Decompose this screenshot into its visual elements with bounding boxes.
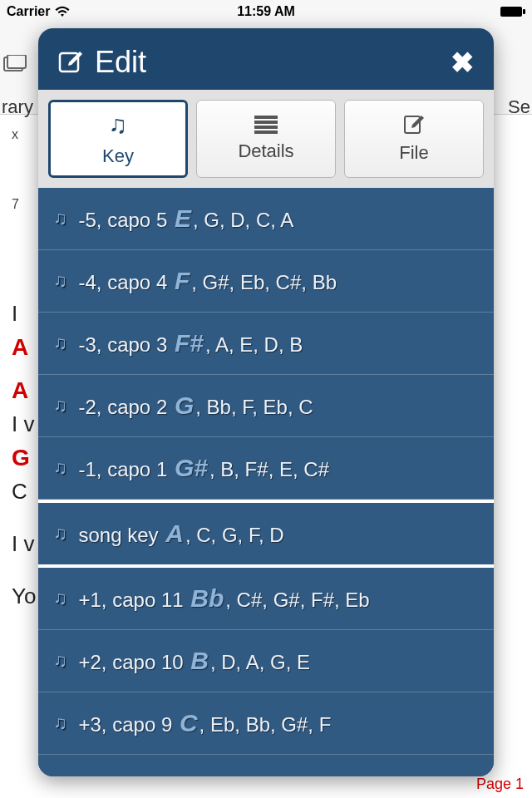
tab-details[interactable]: Details: [196, 100, 336, 178]
library-icon: [3, 55, 27, 75]
list-icon: [254, 116, 278, 134]
music-note-icon: ♫: [53, 650, 67, 672]
key-root: C: [180, 709, 198, 736]
key-root: F: [175, 267, 190, 294]
key-prefix: -4, capo 4: [79, 271, 173, 293]
key-item[interactable]: ♫song key A, C, G, F, D: [38, 500, 494, 568]
key-item[interactable]: ♫+2, capo 10 B, D, A, G, E: [38, 630, 494, 692]
svg-rect-3: [7, 55, 26, 68]
page-number: Page 1: [476, 776, 524, 793]
tab-label: File: [399, 142, 428, 164]
music-note-icon: ♫: [53, 270, 67, 292]
modal-header: Edit ✖: [38, 28, 494, 90]
svg-rect-8: [254, 131, 278, 134]
key-root: G: [175, 392, 194, 419]
file-edit-icon: [403, 114, 425, 135]
svg-rect-5: [254, 116, 278, 119]
music-note-icon: ♫: [53, 395, 67, 416]
key-rest: , Bb, F, Eb, C: [195, 396, 313, 418]
tab-bar: ♫ Key Details File: [38, 90, 494, 188]
bg-right-fragment: Se: [508, 96, 530, 118]
key-root: B: [190, 647, 209, 674]
key-root: G#: [175, 454, 208, 481]
tab-label: Details: [238, 140, 293, 162]
key-item-text: -1, capo 1 G#, B, F#, E, C#: [79, 454, 329, 482]
music-note-icon: ♫: [109, 111, 128, 139]
key-rest: , D, A, G, E: [210, 651, 310, 673]
key-prefix: -3, capo 3: [79, 333, 173, 356]
key-rest: , B, F#, E, C#: [209, 458, 329, 480]
modal-title: Edit: [95, 45, 146, 80]
key-item[interactable]: ♫-4, capo 4 F, G#, Eb, C#, Bb: [38, 250, 494, 313]
carrier-label: Carrier: [7, 4, 50, 19]
status-time: 11:59 AM: [0, 4, 532, 19]
edit-modal: Edit ✖ ♫ Key Details File ♫-5, capo 5 E,…: [38, 28, 494, 776]
key-item-text: -2, capo 2 G, Bb, F, Eb, C: [79, 392, 313, 420]
music-note-icon: ♫: [53, 588, 67, 609]
music-note-icon: ♫: [53, 523, 67, 544]
music-note-icon: ♫: [53, 712, 67, 734]
key-rest: , C#, G#, F#, Eb: [225, 589, 369, 611]
key-prefix: -2, capo 2: [79, 396, 173, 418]
key-rest: , G, D, C, A: [193, 209, 293, 231]
key-item-text: +2, capo 10 B, D, A, G, E: [79, 647, 311, 675]
key-item[interactable]: ♫+1, capo 11 Bb, C#, G#, F#, Eb: [38, 568, 494, 630]
status-bar: Carrier 11:59 AM: [0, 0, 532, 23]
key-rest: , A, E, D, B: [205, 333, 303, 356]
key-rest: , Eb, Bb, G#, F: [200, 713, 332, 736]
key-root: E: [175, 204, 191, 232]
key-rest: , G#, Eb, C#, Bb: [191, 271, 337, 293]
key-item-text: -3, capo 3 F#, A, E, D, B: [79, 329, 303, 357]
key-item[interactable]: ♫-1, capo 1 G#, B, F#, E, C#: [38, 437, 494, 500]
key-item-text: -4, capo 4 F, G#, Eb, C#, Bb: [79, 267, 337, 295]
key-prefix: -5, capo 5: [79, 209, 173, 231]
key-prefix: +3, capo 9: [79, 713, 178, 736]
svg-rect-7: [254, 126, 278, 129]
key-list[interactable]: ♫-5, capo 5 E, G, D, C, A♫-4, capo 4 F, …: [38, 188, 494, 776]
key-root: A: [165, 520, 184, 547]
wifi-icon: [55, 6, 70, 17]
key-item-text: -5, capo 5 E, G, D, C, A: [79, 204, 294, 233]
close-button[interactable]: ✖: [451, 46, 474, 79]
key-item[interactable]: ♫-5, capo 5 E, G, D, C, A: [38, 188, 494, 250]
key-prefix: +1, capo 11: [79, 589, 190, 611]
edit-icon: [58, 50, 83, 75]
svg-rect-6: [254, 121, 278, 124]
background-song-content: x 7 I A A I v G C I v Yo: [12, 125, 36, 613]
key-item-text: +3, capo 9 C, Eb, Bb, G#, F: [79, 709, 332, 737]
tab-key[interactable]: ♫ Key: [48, 100, 188, 178]
key-item[interactable]: ♫+3, capo 9 C, Eb, Bb, G#, F: [38, 692, 494, 755]
svg-rect-1: [523, 9, 525, 14]
svg-rect-0: [500, 7, 522, 17]
tab-file[interactable]: File: [344, 100, 484, 178]
music-note-icon: ♫: [53, 457, 67, 479]
key-prefix: +2, capo 10: [79, 651, 190, 673]
key-item-text: song key A, C, G, F, D: [79, 520, 284, 548]
battery-icon: [500, 6, 525, 17]
key-root: F#: [175, 329, 204, 357]
key-item[interactable]: ♫-3, capo 3 F#, A, E, D, B: [38, 313, 494, 375]
key-prefix: -1, capo 1: [79, 458, 173, 480]
key-item[interactable]: ♫-2, capo 2 G, Bb, F, Eb, C: [38, 375, 494, 437]
key-rest: , C, G, F, D: [185, 524, 284, 546]
music-note-icon: ♫: [53, 332, 67, 354]
key-item-text: +1, capo 11 Bb, C#, G#, F#, Eb: [79, 584, 370, 613]
bg-left-fragment: rary: [2, 96, 33, 118]
key-root: Bb: [190, 584, 224, 612]
key-prefix: song key: [79, 524, 165, 546]
tab-label: Key: [102, 145, 134, 167]
music-note-icon: ♫: [53, 208, 67, 229]
